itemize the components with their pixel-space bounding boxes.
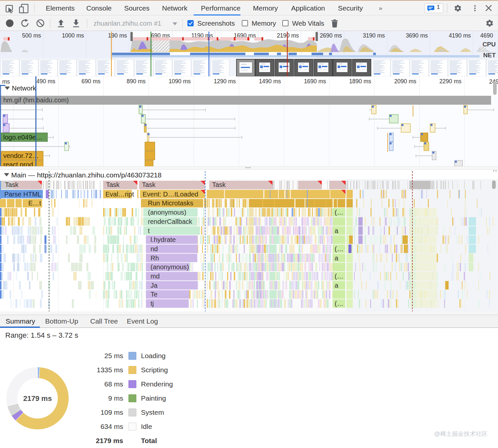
svg-text:3190 ms: 3190 ms <box>363 32 385 39</box>
svg-text:ms: ms <box>2 78 10 85</box>
svg-text:tj: tj <box>151 300 154 307</box>
svg-text:Te: Te <box>151 291 157 298</box>
svg-text:1490 ms: 1490 ms <box>259 78 281 85</box>
svg-text:2090 ms: 2090 ms <box>394 78 416 85</box>
svg-text:md: md <box>151 273 160 280</box>
svg-text:Eval…ript: Eval…ript <box>105 191 134 198</box>
svg-text:logo.e049e…: logo.e049e… <box>3 134 42 141</box>
svg-text:1090 ms: 1090 ms <box>169 78 191 85</box>
svg-text:Event: D…tLoaded: Event: D…tLoaded <box>143 191 198 198</box>
svg-text:Ja: Ja <box>151 282 158 289</box>
svg-text:2690 ms: 2690 ms <box>320 32 342 39</box>
svg-text:(…: (… <box>335 273 344 280</box>
svg-text:a: a <box>335 282 339 289</box>
svg-text:Task: Task <box>212 181 226 188</box>
svg-text:(anonymous): (anonymous) <box>148 209 186 216</box>
svg-text:2179 ms: 2179 ms <box>23 394 52 403</box>
svg-text:E…t: E…t <box>28 199 41 207</box>
svg-text:4690: 4690 <box>480 32 493 39</box>
svg-text:t: t <box>148 227 150 234</box>
svg-text:1290 ms: 1290 ms <box>214 78 236 85</box>
svg-text:1890 ms: 1890 ms <box>349 78 371 85</box>
svg-text:l.hydrate: l.hydrate <box>151 236 176 243</box>
svg-text:690 ms: 690 ms <box>82 78 101 85</box>
svg-text:Network: Network <box>12 85 36 92</box>
svg-text:1000 ms: 1000 ms <box>62 32 84 39</box>
svg-text:500 ms: 500 ms <box>22 32 41 39</box>
svg-text:190 ms: 190 ms <box>108 32 127 39</box>
svg-text:Parse HTML: Parse HTML <box>4 191 41 198</box>
svg-text:2290 ms: 2290 ms <box>439 78 461 85</box>
svg-text:3690 ms: 3690 ms <box>406 32 428 39</box>
svg-text:4190 ms: 4190 ms <box>449 32 471 39</box>
svg-text:a: a <box>335 254 339 262</box>
svg-text:a: a <box>335 227 339 234</box>
svg-text:890 ms: 890 ms <box>127 78 146 85</box>
svg-text:CPU: CPU <box>483 41 496 48</box>
svg-text:Run Microtasks: Run Microtasks <box>148 199 193 207</box>
svg-text:2190 ms: 2190 ms <box>277 32 299 39</box>
svg-text:renderCallback: renderCallback <box>148 218 193 225</box>
svg-text:Task: Task <box>106 181 120 188</box>
svg-text:Task: Task <box>142 181 156 188</box>
svg-text:(…: (… <box>335 209 344 216</box>
svg-text:Main — https://zhuanlan.zhihu.: Main — https://zhuanlan.zhihu.com/p/4630… <box>11 171 161 179</box>
svg-text:1690 ms: 1690 ms <box>304 78 326 85</box>
svg-text:vendor.72…: vendor.72… <box>3 152 39 159</box>
svg-text:(…: (… <box>335 245 344 252</box>
svg-text:(…: (… <box>335 300 344 307</box>
svg-text:Rh: Rh <box>151 254 159 262</box>
svg-text:NET: NET <box>483 52 496 59</box>
svg-text:Task: Task <box>5 181 19 188</box>
svg-text:(anonymous): (anonymous) <box>151 263 189 271</box>
svg-text:490 ms: 490 ms <box>37 78 56 85</box>
svg-text:nd: nd <box>151 245 158 252</box>
